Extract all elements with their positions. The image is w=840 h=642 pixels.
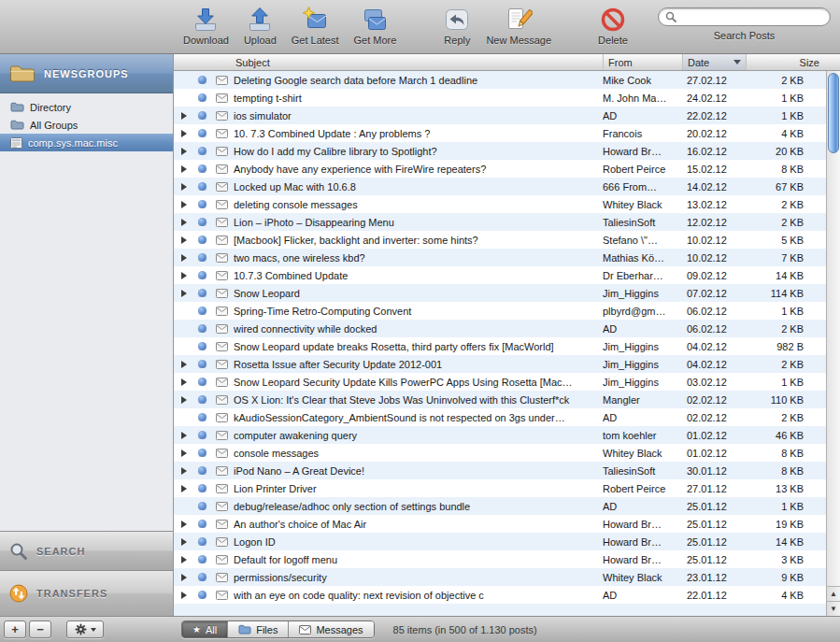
upload-button[interactable]: Upload <box>244 5 277 46</box>
sidebar-section-newsgroups[interactable]: NEWSGROUPS <box>0 54 173 93</box>
get-more-button[interactable]: Get More <box>354 5 397 46</box>
sidebar-item-directory[interactable]: Directory <box>0 98 173 116</box>
sidebar-section-search[interactable]: SEARCH <box>0 531 173 570</box>
message-row[interactable]: Snow Leopard Jim_Higgins 07.02.12 114 KB <box>174 284 826 302</box>
new-message-button[interactable]: New Message <box>486 5 551 46</box>
column-header-size[interactable]: Size <box>746 54 840 70</box>
message-row[interactable]: ios simulator AD 22.02.12 1 KB <box>174 107 826 124</box>
sidebar-item-label: All Groups <box>30 120 78 131</box>
message-row[interactable]: Snow Leopard Security Update Kills Power… <box>174 373 826 391</box>
disclosure-triangle-icon[interactable] <box>181 112 187 120</box>
reply-button[interactable]: Reply <box>443 5 471 46</box>
message-row[interactable]: iPod Nano – A Great Device! TaliesinSoft… <box>174 462 826 479</box>
vertical-scrollbar[interactable]: ▲ ▼ <box>826 71 840 616</box>
column-header-from[interactable]: From <box>603 54 682 70</box>
message-row[interactable]: computer awakening query tom koehler 01.… <box>174 426 826 444</box>
disclosure-triangle-icon[interactable] <box>181 272 187 279</box>
message-row[interactable]: Locked up Mac with 10.6.8 666 From… 14.0… <box>174 178 826 195</box>
add-button[interactable]: + <box>4 621 26 638</box>
disclosure-triangle-icon[interactable] <box>181 254 187 262</box>
search-posts-field[interactable] <box>658 7 831 26</box>
message-row[interactable]: How do I add my Calibre library to Spotl… <box>174 142 826 160</box>
folder-icon <box>10 102 24 112</box>
message-size: 2 KB <box>746 199 826 210</box>
disclosure-triangle-icon[interactable] <box>181 485 187 492</box>
delete-button[interactable]: Delete <box>598 5 628 46</box>
sidebar-section-transfers-label: TRANSFERS <box>36 588 107 599</box>
message-size: 1 KB <box>746 306 826 317</box>
disclosure-triangle-icon[interactable] <box>181 538 187 546</box>
message-row[interactable]: 10. 7.3 Combined Update : Any problems ?… <box>174 124 826 142</box>
disclosure-triangle-icon[interactable] <box>181 236 187 244</box>
disclosure-triangle-icon[interactable] <box>181 521 187 528</box>
message-row[interactable]: Rosetta Issue after Security Update 2012… <box>174 355 826 373</box>
sidebar-item-comp-sys-mac-misc[interactable]: comp.sys.mac.misc <box>0 134 173 151</box>
message-row[interactable]: Lion Printer Driver Robert Peirce 27.01.… <box>174 479 826 497</box>
scroll-down-button[interactable]: ▼ <box>827 601 840 616</box>
scrollbar-thumb[interactable] <box>828 73 839 153</box>
message-row[interactable]: with an eye on code quality: next revisi… <box>174 586 826 604</box>
message-date: 10.02.12 <box>682 235 746 246</box>
disclosure-triangle-icon[interactable] <box>181 592 187 599</box>
message-row[interactable]: [Macbook] Flicker, backlight and inverte… <box>174 231 826 249</box>
search-posts-input[interactable] <box>680 11 823 22</box>
message-row[interactable]: Deleting Google search data before March… <box>174 71 826 89</box>
action-menu-button[interactable] <box>66 621 104 638</box>
disclosure-triangle-icon[interactable] <box>181 219 187 226</box>
filter-files-segment[interactable]: Files <box>227 621 288 637</box>
message-from: Jim_Higgins <box>603 377 682 388</box>
message-row[interactable]: kAudioSessionCategory_AmbientSound is no… <box>174 408 826 426</box>
message-row[interactable]: wired connectivity while docked AD 06.02… <box>174 320 826 337</box>
disclosure-triangle-icon[interactable] <box>181 290 187 297</box>
disclosure-triangle-icon[interactable] <box>181 467 187 475</box>
sidebar-item-all-groups[interactable]: All Groups <box>0 116 173 134</box>
column-header-date[interactable]: Date <box>682 54 746 70</box>
message-size: 46 KB <box>746 430 826 441</box>
message-row[interactable]: Snow Leopard update breaks Rosetta, thir… <box>174 337 826 355</box>
disclosure-triangle-icon[interactable] <box>181 183 187 191</box>
message-row[interactable]: An author's choice of Mac Air Howard Br…… <box>174 515 826 533</box>
scroll-up-button[interactable]: ▲ <box>827 586 840 601</box>
unread-dot-icon <box>198 289 206 297</box>
message-subject: An author's choice of Mac Air <box>234 519 603 530</box>
message-row[interactable]: Default for logoff menu Howard Br… 25.01… <box>174 550 826 568</box>
disclosure-triangle-icon[interactable] <box>181 201 187 208</box>
disclosure-triangle-icon[interactable] <box>181 361 187 368</box>
message-row[interactable]: 10.7.3 Combined Update Dr Eberhar… 09.02… <box>174 266 826 284</box>
disclosure-triangle-icon[interactable] <box>181 556 187 564</box>
sidebar-section-transfers[interactable]: TRANSFERS <box>0 570 173 616</box>
message-row[interactable]: Anybody have any experience with FireWir… <box>174 160 826 178</box>
message-from: TaliesinSoft <box>603 465 682 477</box>
disclosure-triangle-icon[interactable] <box>181 396 187 404</box>
message-list: Deleting Google search data before March… <box>174 71 826 616</box>
download-icon <box>192 5 220 34</box>
disclosure-triangle-icon[interactable] <box>181 130 187 137</box>
disclosure-triangle-icon[interactable] <box>181 165 187 173</box>
disclosure-triangle-icon[interactable] <box>181 378 187 386</box>
unread-dot-icon <box>198 520 206 528</box>
column-header-subject[interactable]: Subject <box>174 54 603 70</box>
message-row[interactable]: console messages Whitey Black 01.02.12 8… <box>174 444 826 462</box>
message-date: 01.02.12 <box>682 430 746 441</box>
download-button[interactable]: Download <box>183 5 229 46</box>
disclosure-triangle-icon[interactable] <box>181 148 187 155</box>
message-row[interactable]: Spring-Time Retro-Computing Convent plby… <box>174 302 826 320</box>
message-row[interactable]: Logon ID Howard Br… 25.01.12 14 KB <box>174 533 826 550</box>
remove-button[interactable]: − <box>29 621 51 638</box>
message-row[interactable]: debug/release/adhoc only section of sett… <box>174 497 826 515</box>
get-latest-button[interactable]: Get Latest <box>292 5 339 46</box>
disclosure-triangle-icon[interactable] <box>181 432 187 439</box>
disclosure-triangle-icon[interactable] <box>181 449 187 457</box>
message-row[interactable]: Lion – iPhoto – Disappearing Menu Talies… <box>174 213 826 231</box>
disclosure-triangle-icon[interactable] <box>181 574 187 581</box>
unread-dot-icon <box>198 200 206 208</box>
message-row[interactable]: tempting t-shirt M. John Ma… 24.02.12 1 … <box>174 89 826 107</box>
message-envelope-icon <box>209 253 234 263</box>
message-row[interactable]: permissions/security Whitey Black 23.01.… <box>174 568 826 586</box>
message-subject: debug/release/adhoc only section of sett… <box>234 501 603 512</box>
filter-messages-segment[interactable]: Messages <box>288 621 373 637</box>
message-row[interactable]: deleting console messages Whitey Black 1… <box>174 195 826 213</box>
message-row[interactable]: OS X Lion: It's Clear that Steve Jobs Wa… <box>174 391 826 408</box>
filter-all-segment[interactable]: ★ All <box>182 621 227 637</box>
message-row[interactable]: two macs, one wireless kbd? Mathias Kö… … <box>174 249 826 266</box>
